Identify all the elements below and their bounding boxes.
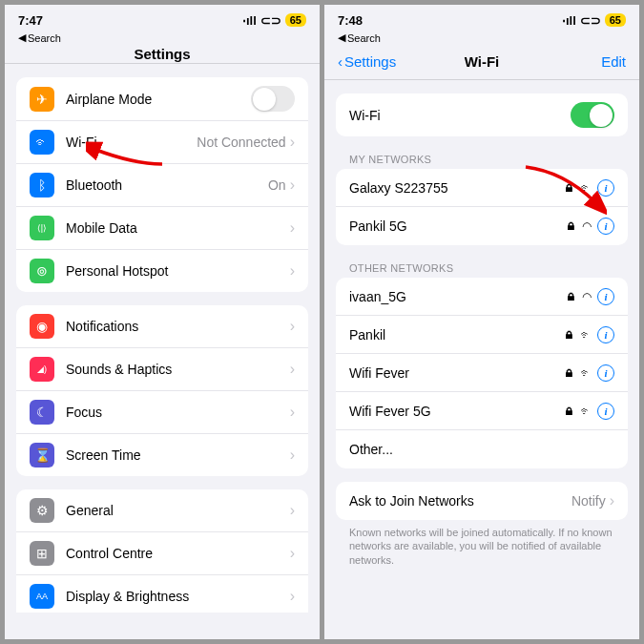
- lock-icon: 🔒︎: [564, 329, 574, 341]
- wifi-signal-icon: ᯤ: [580, 366, 592, 380]
- hotspot-icon: ⊚: [30, 259, 54, 283]
- chevron-icon: ›: [290, 219, 295, 237]
- sounds-row[interactable]: ◢)Sounds & Haptics›: [16, 348, 308, 391]
- focus-icon: ☾: [30, 400, 54, 425]
- network-row[interactable]: Wifi Fever 5G🔒︎ᯤi: [336, 392, 628, 430]
- mobile-data-icon: ⟨|⟩: [30, 216, 54, 240]
- wifi-row[interactable]: ᯤWi-FiNot Connected›: [16, 121, 308, 164]
- row-label: Airplane Mode: [66, 92, 251, 107]
- info-button[interactable]: i: [597, 364, 614, 382]
- lock-icon: 🔒︎: [564, 405, 574, 417]
- row-label: Display & Brightness: [66, 589, 290, 604]
- hotspot-row[interactable]: ⊚Personal Hotspot›: [16, 250, 308, 292]
- wifi-signal-icon: ᯤ: [580, 405, 592, 418]
- bluetooth-row[interactable]: ᛒBluetoothOn›: [16, 164, 308, 207]
- network-row[interactable]: Pankil 5G🔒︎◠i: [336, 207, 628, 245]
- network-row[interactable]: Pankil🔒︎ᯤi: [336, 316, 628, 354]
- chevron-icon: ›: [290, 588, 295, 605]
- network-row[interactable]: Galaxy S223755🔒︎ᯤi: [336, 169, 628, 207]
- wifi-toggle[interactable]: [571, 102, 614, 128]
- wifi-signal-icon: ◠: [582, 290, 592, 303]
- notifications-row[interactable]: ◉Notifications›: [16, 305, 308, 348]
- chevron-icon: ›: [290, 502, 295, 519]
- content-scroll[interactable]: ✈Airplane ModeᯤWi-FiNot Connected›ᛒBluet…: [5, 64, 320, 613]
- chevron-icon: ›: [290, 545, 295, 562]
- network-name: ivaan_5G: [349, 289, 566, 304]
- row-label: Bluetooth: [66, 177, 268, 193]
- display-row[interactable]: AADisplay & Brightness›: [16, 575, 308, 613]
- ask-join-label: Ask to Join Networks: [349, 493, 571, 509]
- airplane-row[interactable]: ✈Airplane Mode: [16, 77, 308, 121]
- network-name: Galaxy S223755: [349, 180, 564, 196]
- notifications-icon: ◉: [30, 314, 54, 339]
- general-icon: ⚙: [30, 498, 54, 523]
- airplane-icon: ✈: [30, 87, 54, 112]
- chevron-icon: ›: [290, 134, 295, 151]
- battery-badge: 65: [285, 13, 306, 27]
- clock: 7:47: [18, 13, 43, 28]
- wifi-icon: ᯤ: [30, 130, 54, 155]
- signal-icon: ⋅ıll: [242, 13, 257, 28]
- clock: 7:48: [338, 13, 363, 28]
- network-name: Wifi Fever 5G: [349, 404, 564, 419]
- row-label: Focus: [66, 405, 290, 420]
- network-row[interactable]: ivaan_5G🔒︎◠i: [336, 278, 628, 316]
- chevron-icon: ›: [290, 447, 295, 464]
- display-icon: AA: [30, 584, 54, 609]
- row-label: General: [66, 503, 290, 518]
- wifi-screen: 7:48 ⋅ıll ⊂⊃ 65 ◀ Search ‹ Settings Wi-F…: [324, 5, 639, 639]
- battery-badge: 65: [605, 13, 626, 27]
- network-name: Wifi Fever: [349, 365, 564, 381]
- row-label: Mobile Data: [66, 220, 290, 236]
- screentime-row[interactable]: ⌛Screen Time›: [16, 434, 308, 476]
- status-bar: 7:47 ⋅ıll ⊂⊃ 65: [5, 5, 320, 31]
- vpn-icon: ⊂⊃: [580, 13, 601, 28]
- toggle[interactable]: [251, 86, 295, 112]
- row-detail: Not Connected: [197, 135, 285, 150]
- ask-join-value: Notify: [571, 493, 606, 509]
- nav-bar: Settings: [5, 48, 320, 64]
- wifi-label: Wi-Fi: [349, 108, 571, 123]
- wifi-toggle-row: Wi-Fi: [336, 93, 628, 136]
- page-title: Wi-Fi: [465, 53, 500, 70]
- row-label: Control Centre: [66, 546, 290, 561]
- focus-row[interactable]: ☾Focus›: [16, 391, 308, 434]
- other-networks-header: OTHER NETWORKS: [336, 259, 628, 278]
- row-label: Sounds & Haptics: [66, 362, 290, 377]
- info-button[interactable]: i: [597, 288, 614, 305]
- info-button[interactable]: i: [597, 179, 614, 197]
- vpn-icon: ⊂⊃: [260, 13, 281, 28]
- signal-icon: ⋅ıll: [562, 13, 576, 28]
- lock-icon: 🔒︎: [566, 291, 576, 302]
- chevron-icon: ›: [290, 318, 295, 335]
- page-title: Settings: [134, 46, 190, 62]
- wifi-signal-icon: ᯤ: [580, 328, 592, 342]
- row-label: Notifications: [66, 319, 290, 334]
- info-button[interactable]: i: [597, 218, 614, 235]
- settings-screen: 7:47 ⋅ıll ⊂⊃ 65 ◀ Search Settings ✈Airpl…: [5, 5, 320, 639]
- sounds-icon: ◢): [30, 357, 54, 382]
- chevron-icon: ›: [610, 492, 614, 509]
- info-button[interactable]: i: [597, 403, 614, 420]
- content-scroll[interactable]: Wi-Fi MY NETWORKS Galaxy S223755🔒︎ᯤiPank…: [324, 80, 639, 629]
- my-networks-header: MY NETWORKS: [336, 150, 628, 169]
- wifi-signal-icon: ᯤ: [580, 181, 592, 195]
- nav-bar: ‹ Settings Wi-Fi Edit: [324, 48, 639, 80]
- back-search[interactable]: ◀ Search: [324, 31, 639, 48]
- network-name: Pankil 5G: [349, 218, 566, 234]
- control-row[interactable]: ⊞Control Centre›: [16, 532, 308, 575]
- info-button[interactable]: i: [597, 326, 614, 343]
- ask-join-row[interactable]: Ask to Join Networks Notify ›: [336, 482, 628, 520]
- back-button[interactable]: ‹ Settings: [338, 53, 396, 70]
- mobile-data-row[interactable]: ⟨|⟩Mobile Data›: [16, 207, 308, 250]
- general-row[interactable]: ⚙General›: [16, 489, 308, 532]
- chevron-icon: ›: [290, 404, 295, 421]
- row-label: Wi-Fi: [66, 135, 197, 150]
- edit-button[interactable]: Edit: [601, 53, 626, 70]
- other-network-row[interactable]: Other...: [336, 430, 628, 468]
- row-label: Personal Hotspot: [66, 263, 290, 279]
- control-icon: ⊞: [30, 541, 54, 566]
- network-row[interactable]: Wifi Fever🔒︎ᯤi: [336, 354, 628, 392]
- network-name: Pankil: [349, 327, 564, 343]
- chevron-icon: ›: [290, 361, 295, 378]
